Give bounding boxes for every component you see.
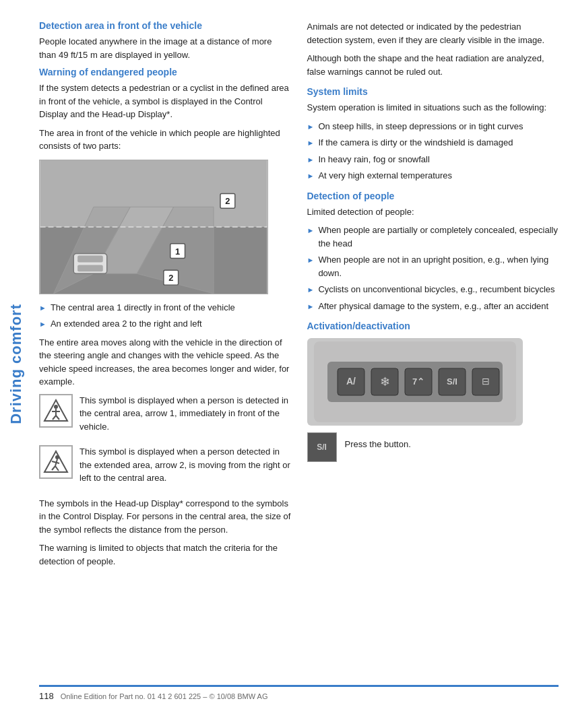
detect-bullet-3: ► Cyclists on unconventional bicycles, e… (307, 283, 559, 296)
system-limits-heading: System limits (307, 86, 559, 97)
area-para3: The entire area moves along with the veh… (39, 336, 291, 389)
svg-text:7⌃: 7⌃ (412, 376, 424, 387)
bullet-item-2: ► An extended area 2 to the right and le… (39, 317, 291, 331)
svg-rect-7 (77, 255, 103, 262)
sidebar-label: Driving comfort (7, 304, 25, 424)
detect-arrow-3: ► (307, 284, 315, 296)
left-para5: The warning is limited to objects that m… (39, 541, 291, 568)
detect-bullet-4: ► After physical damage to the system, e… (307, 300, 559, 313)
system-limits-bullets: ► On steep hills, in steep depressions o… (307, 120, 559, 183)
sidebar: Driving comfort (0, 0, 32, 728)
svg-text:S/I: S/I (447, 376, 457, 387)
section2-heading: Warning of endangered people (39, 67, 291, 77)
left-para4: The symbols in the Head-up Display* corr… (39, 497, 291, 537)
system-limits-intro: System operation is limited in situation… (307, 101, 559, 114)
limit-bullet-1: ► On steep hills, in steep depressions o… (307, 120, 559, 133)
bullet-item-1: ► The central area 1 directly in front o… (39, 301, 291, 315)
limit-text-2: If the camera is dirty or the windshield… (318, 136, 513, 150)
detect-text-1: When people are partially or completely … (318, 224, 559, 250)
small-button-icon: S/I (307, 432, 337, 462)
svg-point-22 (55, 455, 59, 459)
svg-text:2: 2 (225, 196, 230, 206)
activation-heading: Activation/deactivation (307, 321, 559, 331)
limit-bullet-4: ► At very high external temperatures (307, 169, 559, 183)
limit-text-1: On steep hills, in steep depressions or … (318, 120, 523, 133)
detection-bullets: ► When people are partially or completel… (307, 224, 559, 312)
svg-text:A/: A/ (346, 376, 356, 387)
detection-diagram: 2 1 2 (39, 160, 268, 294)
svg-rect-8 (77, 265, 103, 271)
footer-text: Online Edition for Part no. 01 41 2 601 … (61, 692, 268, 700)
warning-icon-2 (39, 445, 73, 479)
right-para1: Animals are not detected or indicated by… (307, 20, 559, 46)
section2-para1: If the system detects a pedestrian or a … (39, 81, 291, 121)
section1-para: People located anywhere in the image at … (39, 35, 291, 61)
area-bullets: ► The central area 1 directly in front o… (39, 301, 291, 331)
section1-heading: Detection area in front of the vehicle (39, 20, 291, 31)
detection-heading: Detection of people (307, 191, 559, 201)
right-column: Animals are not detected or indicated by… (307, 20, 559, 671)
section2-para2: The area in front of the vehicle in whic… (39, 127, 291, 153)
bullet-arrow-2: ► (39, 319, 46, 330)
limit-arrow-4: ► (307, 170, 315, 182)
press-button-text: Press the button. (345, 438, 411, 451)
page-footer: 118 Online Edition for Part no. 01 41 2 … (39, 685, 559, 701)
detect-bullet-1: ► When people are partially or completel… (307, 224, 559, 250)
detect-arrow-2: ► (307, 255, 315, 266)
detect-arrow-4: ► (307, 301, 315, 312)
main-content: Detection area in front of the vehicle P… (32, 0, 572, 728)
detect-bullet-2: ► When people are not in an upright posi… (307, 253, 559, 279)
svg-text:❄: ❄ (379, 375, 389, 389)
right-para2: Although both the shape and the heat rad… (307, 52, 559, 78)
button-label: S/I (317, 442, 327, 452)
svg-text:2: 2 (168, 273, 173, 283)
limit-arrow-1: ► (307, 121, 315, 133)
detect-arrow-1: ► (307, 225, 315, 236)
warning2-text: This symbol is displayed when a person d… (80, 445, 291, 485)
page-container: Driving comfort Detection area in front … (0, 0, 572, 728)
svg-line-25 (52, 466, 55, 470)
limit-arrow-3: ► (307, 154, 315, 166)
press-button-row: S/I Press the button. (307, 432, 559, 462)
bullet-text-2: An extended area 2 to the right and left (51, 317, 202, 331)
detection-intro: Limited detection of people: (307, 205, 559, 219)
svg-text:1: 1 (175, 246, 180, 256)
limit-text-3: In heavy rain, fog or snowfall (318, 153, 429, 166)
detect-text-3: Cyclists on unconventional bicycles, e.g… (318, 283, 554, 296)
svg-line-20 (56, 416, 59, 420)
left-column: Detection area in front of the vehicle P… (39, 20, 291, 671)
svg-text:⊟: ⊟ (482, 376, 490, 387)
warning-box-1: This symbol is displayed when a person i… (39, 394, 291, 439)
svg-line-26 (55, 466, 59, 471)
svg-line-19 (53, 416, 56, 420)
detect-text-4: After physical damage to the system, e.g… (318, 300, 548, 313)
detect-text-2: When people are not in an upright positi… (318, 253, 559, 279)
warning1-text: This symbol is displayed when a person i… (80, 394, 291, 434)
limit-bullet-3: ► In heavy rain, fog or snowfall (307, 153, 559, 166)
columns: Detection area in front of the vehicle P… (39, 20, 559, 671)
limit-arrow-2: ► (307, 137, 315, 149)
warning-box-2: This symbol is displayed when a person d… (39, 445, 291, 490)
svg-point-16 (54, 405, 58, 409)
limit-text-4: At very high external temperatures (318, 169, 452, 183)
button-panel-image: A/ ❄ 7⌃ S/I ⊟ (307, 338, 523, 426)
page-number: 118 (39, 691, 54, 701)
bullet-text-1: The central area 1 directly in front of … (51, 301, 235, 315)
warning-icon-1 (39, 394, 73, 428)
limit-bullet-2: ► If the camera is dirty or the windshie… (307, 136, 559, 150)
bullet-arrow-1: ► (39, 302, 46, 314)
